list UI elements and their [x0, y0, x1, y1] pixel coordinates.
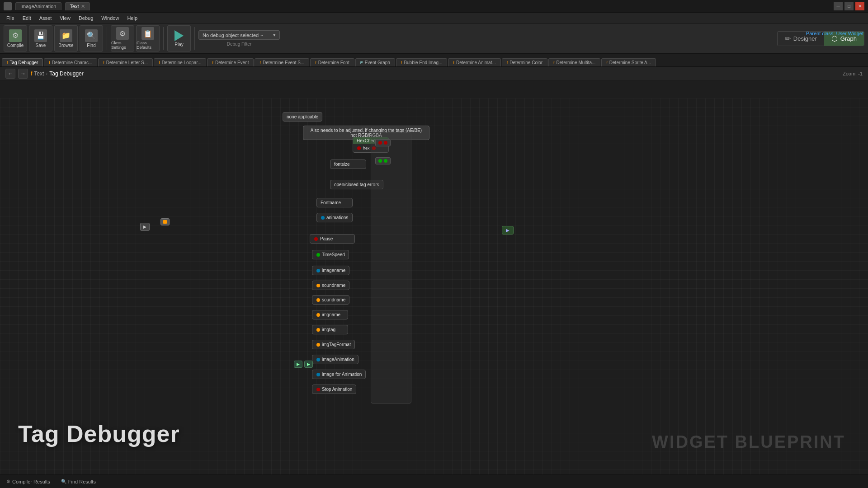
node-stop-animation[interactable]: Stop Animation: [312, 385, 356, 394]
tab-determine-animat[interactable]: f Determine Animat...: [448, 58, 500, 66]
breadcrumb: f Text › Tag Debugger: [31, 70, 84, 77]
menu-help[interactable]: Help: [123, 14, 141, 22]
imgtagformat-pin: [316, 343, 320, 347]
save-button[interactable]: 💾 Save: [29, 25, 52, 52]
menu-window[interactable]: Window: [98, 14, 123, 22]
node-soundname-1[interactable]: soundname: [312, 281, 349, 290]
menu-file[interactable]: File: [3, 14, 18, 22]
find-icon: 🔍: [85, 29, 98, 42]
minimize-button[interactable]: ─: [834, 2, 843, 10]
imageanimation-row: imageAnimation: [316, 357, 354, 362]
animations-pin: [321, 216, 325, 220]
toolbar-separator-2: [163, 27, 164, 50]
menu-view[interactable]: View: [56, 14, 74, 22]
node-imgtagformat[interactable]: imgTagFormat: [312, 340, 355, 349]
node-none-applicable[interactable]: none applicable: [283, 112, 322, 122]
title-tab-image-animation[interactable]: ImageAnimation: [15, 2, 61, 10]
hexcheck-in-pin: [357, 146, 361, 150]
compile-button[interactable]: ⚙ Compile: [4, 25, 27, 52]
node-pause[interactable]: Pause: [310, 234, 355, 244]
tab-determine-event[interactable]: f Determine Event: [207, 58, 254, 66]
class-defaults-button[interactable]: 📋 Class Defaults: [136, 25, 160, 52]
close-button[interactable]: ✕: [855, 2, 864, 10]
tab-event-graph[interactable]: E Event Graph: [355, 58, 395, 66]
tab-bubble-end-imag[interactable]: f Bubble End Imag...: [396, 58, 448, 66]
tab-determine-loopar[interactable]: f Determine Loopar...: [154, 58, 206, 66]
zoom-label: Zoom: -1: [843, 71, 863, 76]
stopanimation-pin: [316, 388, 320, 391]
breadcrumb-text: Text: [34, 70, 44, 77]
tab-determine-letter[interactable]: f Determine Letter S...: [98, 58, 153, 66]
maximize-button[interactable]: □: [844, 2, 854, 10]
menu-bar: File Edit Asset View Debug Window Help: [0, 13, 868, 23]
imgname-row: imgname: [316, 312, 344, 317]
title-tab-text[interactable]: Text ✕: [65, 2, 90, 10]
dropdown-arrow-icon: ▾: [273, 32, 276, 38]
right-node-2[interactable]: [375, 157, 391, 164]
bottom-node-2[interactable]: ▶: [304, 361, 313, 368]
find-results-tab[interactable]: 🔍 Find Results: [58, 478, 99, 485]
tab-tag-debugger[interactable]: f Tag Debugger: [2, 58, 43, 66]
node-imgname[interactable]: imgname: [312, 310, 348, 319]
left-hub-node[interactable]: [160, 218, 170, 225]
imagename-pin: [316, 269, 320, 272]
toolbar: ⚙ Compile 💾 Save 📁 Browse 🔍 Find ⚙ Class…: [0, 23, 868, 54]
rn1-pin1: [378, 141, 382, 145]
node-image-animation[interactable]: imageAnimation: [312, 355, 359, 364]
canvas-area[interactable]: Also needs to be adjusted, if changing t…: [0, 99, 868, 474]
breadcrumb-function-icon: f: [31, 70, 32, 77]
class-defaults-icon: 📋: [142, 27, 154, 40]
pause-row: Pause: [314, 236, 351, 241]
left-connector-node[interactable]: ▶: [140, 223, 150, 231]
tab-determine-color[interactable]: f Determine Color: [502, 58, 547, 66]
class-settings-button[interactable]: ⚙ Class Settings: [111, 25, 134, 52]
node-imagename[interactable]: imagename: [312, 266, 349, 275]
node-imgtag[interactable]: imgtag: [312, 325, 348, 334]
right-node-1[interactable]: [375, 139, 391, 146]
imgtag-pin: [316, 328, 320, 332]
imgname-pin: [316, 313, 320, 317]
imgtagformat-row: imgTagFormat: [316, 342, 351, 347]
stopanimation-row: Stop Animation: [316, 387, 352, 392]
play-button[interactable]: Play: [167, 25, 191, 52]
tab-determine-multita[interactable]: f Determine Multita...: [548, 58, 600, 66]
title-tab-label: ImageAnimation: [20, 4, 57, 9]
rn1-pin2: [384, 141, 387, 145]
node-fontsize[interactable]: fontsize: [330, 160, 366, 169]
browse-icon: 📁: [60, 29, 72, 42]
app-logo: [4, 2, 12, 10]
imgtag-row: imgtag: [316, 327, 344, 332]
menu-edit[interactable]: Edit: [19, 14, 35, 22]
title-tab-close[interactable]: ✕: [81, 4, 85, 9]
node-animations[interactable]: animations: [316, 213, 353, 222]
find-results-icon: 🔍: [61, 479, 66, 484]
breadcrumb-current: Tag Debugger: [49, 70, 83, 77]
imageanimation-pin: [316, 358, 320, 361]
rn2-pin2: [384, 159, 387, 163]
tab-determine-font[interactable]: f Determine Font: [310, 58, 354, 66]
compiler-results-icon: ⚙: [6, 479, 10, 484]
tab-determine-event-s[interactable]: f Determine Event S...: [255, 58, 309, 66]
toolbar-separator-3: [194, 27, 195, 50]
bottom-node-1[interactable]: ▶: [294, 361, 302, 368]
node-timespeed[interactable]: TimeSpeed: [312, 250, 349, 259]
menu-asset[interactable]: Asset: [36, 14, 56, 22]
nav-forward-button[interactable]: →: [18, 69, 28, 79]
imageforanimation-row: image for Animation: [316, 372, 362, 377]
node-soundname-2[interactable]: soundname: [312, 295, 349, 305]
right-node-1-pins: [378, 141, 388, 145]
grid-background: [0, 99, 868, 474]
title-bar: ImageAnimation Text ✕ ─ □ ✕: [0, 0, 868, 13]
right-column-bg: [371, 132, 411, 404]
browse-button[interactable]: 📁 Browse: [54, 25, 78, 52]
tab-determine-charac[interactable]: f Determine Charac...: [44, 58, 97, 66]
menu-debug[interactable]: Debug: [75, 14, 97, 22]
tab-determine-sprite[interactable]: f Determine Sprite A...: [601, 58, 656, 66]
exit-node[interactable]: ▶: [502, 226, 514, 235]
node-fontname[interactable]: Fontname: [316, 198, 353, 207]
debug-filter-dropdown[interactable]: No debug object selected ~ ▾: [198, 30, 280, 40]
node-image-for-animation[interactable]: image for Animation: [312, 370, 366, 379]
compiler-results-tab[interactable]: ⚙ Compiler Results: [4, 478, 53, 485]
find-button[interactable]: 🔍 Find: [80, 25, 103, 52]
nav-back-button[interactable]: ←: [5, 69, 15, 79]
